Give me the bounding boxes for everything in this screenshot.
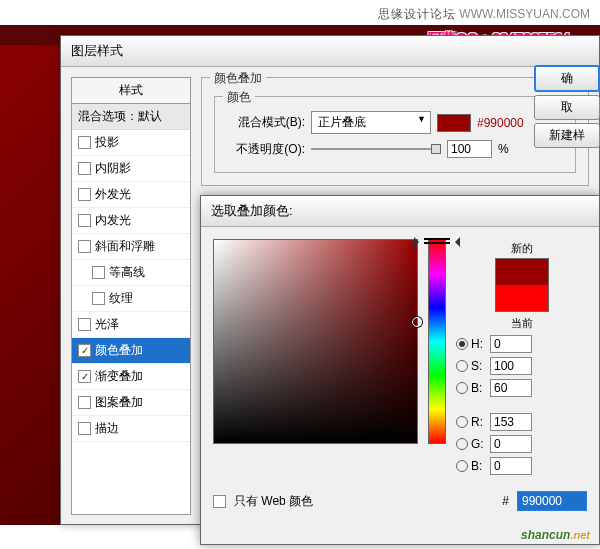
sidebar-checkbox-4[interactable] <box>78 240 91 253</box>
radio-b-rgb[interactable] <box>456 460 468 472</box>
ok-button[interactable]: 确 <box>534 65 600 92</box>
input-r[interactable]: 153 <box>490 413 532 431</box>
sidebar-item-2[interactable]: 外发光 <box>72 182 190 208</box>
label-h: H: <box>471 337 487 351</box>
opacity-slider[interactable] <box>311 148 441 150</box>
slider-thumb-icon[interactable] <box>431 144 441 154</box>
sidebar-item-5[interactable]: 等高线 <box>72 260 190 286</box>
new-label: 新的 <box>456 241 587 256</box>
sidebar-checkbox-6[interactable] <box>92 292 105 305</box>
sidebar-label-8: 颜色叠加 <box>95 342 143 359</box>
sidebar-item-6[interactable]: 纹理 <box>72 286 190 312</box>
sidebar-checkbox-7[interactable] <box>78 318 91 331</box>
site-url: WWW.MISSYUAN.COM <box>459 7 590 21</box>
blend-options-default[interactable]: 混合选项：默认 <box>72 104 190 130</box>
hash-icon: # <box>502 494 509 508</box>
color-picker-dialog: 选取叠加颜色: 新的 当前 H:0 S:100 B:60 R:153 G:0 B… <box>200 195 600 545</box>
radio-s[interactable] <box>456 360 468 372</box>
overlay-hex: #990000 <box>477 116 524 130</box>
color-compare <box>495 258 549 312</box>
input-g[interactable]: 0 <box>490 435 532 453</box>
sidebar-item-7[interactable]: 光泽 <box>72 312 190 338</box>
sidebar-checkbox-8[interactable] <box>78 344 91 357</box>
label-b-rgb: B: <box>471 459 487 473</box>
watermark-main: shancun <box>521 528 570 542</box>
sidebar-item-4[interactable]: 斜面和浮雕 <box>72 234 190 260</box>
styles-sidebar: 样式 混合选项：默认 投影内阴影外发光内发光斜面和浮雕等高线纹理光泽颜色叠加渐变… <box>71 77 191 515</box>
sidebar-label-9: 渐变叠加 <box>95 368 143 385</box>
sidebar-label-10: 图案叠加 <box>95 394 143 411</box>
sidebar-item-8[interactable]: 颜色叠加 <box>72 338 190 364</box>
dialog-buttons: 确 取 新建样 <box>534 65 600 148</box>
web-only-checkbox[interactable] <box>213 495 226 508</box>
current-label: 当前 <box>456 316 587 331</box>
blend-mode-dropdown[interactable]: 正片叠底 <box>311 111 431 134</box>
group-color-overlay: 颜色叠加 <box>210 70 266 87</box>
opacity-label: 不透明度(O): <box>225 141 305 158</box>
web-only-label: 只有 Web 颜色 <box>234 493 313 510</box>
watermark: shancun.net <box>521 525 590 543</box>
hue-slider[interactable] <box>428 239 446 444</box>
sidebar-label-0: 投影 <box>95 134 119 151</box>
hue-thumb-icon[interactable] <box>424 238 450 244</box>
sidebar-item-10[interactable]: 图案叠加 <box>72 390 190 416</box>
layer-style-title: 图层样式 <box>61 36 599 67</box>
sidebar-checkbox-2[interactable] <box>78 188 91 201</box>
sidebar-label-3: 内发光 <box>95 212 131 229</box>
input-s[interactable]: 100 <box>490 357 532 375</box>
sidebar-label-1: 内阴影 <box>95 160 131 177</box>
site-name: 思缘设计论坛 <box>378 7 456 21</box>
overlay-color-swatch[interactable] <box>437 114 471 132</box>
radio-h[interactable] <box>456 338 468 350</box>
new-color-swatch[interactable] <box>496 259 548 285</box>
sidebar-checkbox-10[interactable] <box>78 396 91 409</box>
current-color-swatch[interactable] <box>496 285 548 311</box>
sv-cursor-icon[interactable] <box>412 317 422 327</box>
header-branding: 思缘设计论坛 WWW.MISSYUAN.COM <box>378 6 590 23</box>
sidebar-item-3[interactable]: 内发光 <box>72 208 190 234</box>
sidebar-label-2: 外发光 <box>95 186 131 203</box>
sidebar-header[interactable]: 样式 <box>72 78 190 104</box>
new-style-button[interactable]: 新建样 <box>534 123 600 148</box>
input-b-hsb[interactable]: 60 <box>490 379 532 397</box>
hex-input[interactable]: 990000 <box>517 491 587 511</box>
sidebar-item-1[interactable]: 内阴影 <box>72 156 190 182</box>
radio-b-hsb[interactable] <box>456 382 468 394</box>
opacity-unit: % <box>498 142 509 156</box>
blend-mode-label: 混合模式(B): <box>225 114 305 131</box>
label-g: G: <box>471 437 487 451</box>
color-picker-title: 选取叠加颜色: <box>201 196 599 227</box>
sidebar-item-11[interactable]: 描边 <box>72 416 190 442</box>
sidebar-label-11: 描边 <box>95 420 119 437</box>
watermark-suffix: .net <box>570 529 590 541</box>
cancel-button[interactable]: 取 <box>534 95 600 120</box>
sidebar-checkbox-5[interactable] <box>92 266 105 279</box>
sidebar-label-5: 等高线 <box>109 264 145 281</box>
sidebar-checkbox-9[interactable] <box>78 370 91 383</box>
sidebar-label-7: 光泽 <box>95 316 119 333</box>
opacity-input[interactable]: 100 <box>447 140 492 158</box>
radio-g[interactable] <box>456 438 468 450</box>
label-s: S: <box>471 359 487 373</box>
label-r: R: <box>471 415 487 429</box>
label-b-hsb: B: <box>471 381 487 395</box>
sidebar-item-0[interactable]: 投影 <box>72 130 190 156</box>
radio-r[interactable] <box>456 416 468 428</box>
group-color: 颜色 <box>223 89 255 106</box>
sidebar-item-9[interactable]: 渐变叠加 <box>72 364 190 390</box>
sidebar-checkbox-11[interactable] <box>78 422 91 435</box>
saturation-value-field[interactable] <box>213 239 418 444</box>
sidebar-checkbox-0[interactable] <box>78 136 91 149</box>
input-h[interactable]: 0 <box>490 335 532 353</box>
sidebar-label-6: 纹理 <box>109 290 133 307</box>
sidebar-checkbox-1[interactable] <box>78 162 91 175</box>
sidebar-checkbox-3[interactable] <box>78 214 91 227</box>
sidebar-label-4: 斜面和浮雕 <box>95 238 155 255</box>
input-b-rgb[interactable]: 0 <box>490 457 532 475</box>
